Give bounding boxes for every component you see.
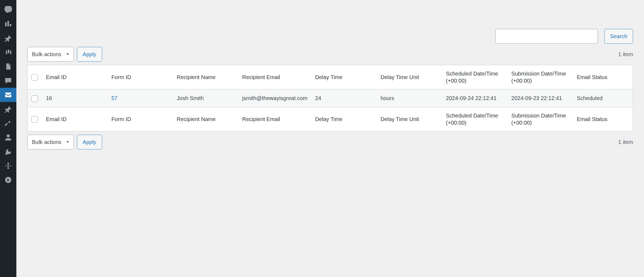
bulk-actions-label: Bulk actions	[32, 139, 61, 145]
nav-settings[interactable]	[0, 159, 16, 173]
nav-comments[interactable]	[0, 74, 16, 88]
col-scheduled[interactable]: Scheduled Date/Time (+00:00)	[442, 65, 508, 89]
search-input[interactable]	[495, 29, 598, 44]
cell-scheduled: 2024-09-24 22:12:41	[442, 89, 508, 107]
item-count-top: 1 item	[618, 51, 633, 58]
col-delay-unit[interactable]: Delay Time Unit	[377, 65, 442, 89]
nav-analytics[interactable]	[0, 17, 16, 31]
table-row: 16 57 Josh Smith jsmith@thewayisgreat.co…	[28, 89, 633, 107]
bulk-actions-select-top[interactable]: Bulk actions	[27, 47, 74, 62]
table-header-row: Email ID Form ID Recipient Name Recipien…	[28, 65, 633, 89]
select-all-checkbox-bottom[interactable]	[31, 116, 38, 123]
apply-button-bottom[interactable]: Apply	[77, 135, 102, 149]
bulk-actions-select-bottom[interactable]: Bulk actions	[27, 135, 74, 149]
search-button[interactable]: Search	[604, 29, 633, 44]
item-count-bottom: 1 item	[618, 139, 633, 145]
select-all-checkbox-top[interactable]	[31, 74, 38, 81]
cell-status: Scheduled	[573, 89, 633, 107]
nav-mail[interactable]	[0, 88, 16, 102]
fcol-recipient-email[interactable]: Recipient Email	[238, 107, 311, 131]
nav-tools[interactable]	[0, 144, 16, 159]
chevron-down-icon	[65, 140, 70, 144]
cell-delay-time: 24	[311, 89, 377, 107]
col-recipient-email[interactable]: Recipient Email	[238, 65, 311, 89]
nav-pin[interactable]	[0, 31, 16, 45]
fcol-status[interactable]: Email Status	[573, 107, 633, 131]
cell-recipient-name: Josh Smith	[173, 89, 238, 107]
fcol-delay-unit[interactable]: Delay Time Unit	[377, 107, 442, 131]
apply-button-top[interactable]: Apply	[77, 47, 102, 62]
nav-collapse[interactable]	[0, 173, 16, 187]
fcol-submission[interactable]: Submission Date/Time (+00:00)	[508, 107, 573, 131]
emails-table: Email ID Form ID Recipient Name Recipien…	[27, 65, 633, 131]
cell-email-id: 16	[42, 89, 108, 107]
nav-pages[interactable]	[0, 59, 16, 74]
nav-dashboard[interactable]	[0, 3, 16, 17]
main-content: Search Bulk actions Apply 1 item Email I…	[16, 0, 644, 277]
nav-pin2[interactable]	[0, 102, 16, 116]
cell-delay-unit: hours	[377, 89, 442, 107]
col-delay-time[interactable]: Delay Time	[311, 65, 377, 89]
nav-appearance[interactable]	[0, 116, 16, 130]
row-checkbox[interactable]	[31, 95, 38, 102]
fcol-email-id[interactable]: Email ID	[42, 107, 108, 131]
col-recipient-name[interactable]: Recipient Name	[173, 65, 238, 89]
fcol-scheduled[interactable]: Scheduled Date/Time (+00:00)	[442, 107, 508, 131]
cell-recipient-email: jsmith@thewayisgreat.com	[238, 89, 311, 107]
form-id-link[interactable]: 57	[111, 95, 117, 101]
fcol-form-id[interactable]: Form ID	[108, 107, 173, 131]
col-email-id[interactable]: Email ID	[42, 65, 108, 89]
cell-submission: 2024-09-23 22:12:41	[508, 89, 573, 107]
col-status[interactable]: Email Status	[573, 65, 633, 89]
table-footer-row: Email ID Form ID Recipient Name Recipien…	[28, 107, 633, 131]
fcol-recipient-name[interactable]: Recipient Name	[173, 107, 238, 131]
col-form-id[interactable]: Form ID	[108, 65, 173, 89]
col-submission[interactable]: Submission Date/Time (+00:00)	[508, 65, 573, 89]
admin-sidebar	[0, 0, 16, 277]
bulk-actions-label: Bulk actions	[32, 51, 61, 58]
nav-media[interactable]	[0, 45, 16, 59]
fcol-delay-time[interactable]: Delay Time	[311, 107, 377, 131]
chevron-down-icon	[65, 52, 70, 57]
nav-users[interactable]	[0, 130, 16, 144]
